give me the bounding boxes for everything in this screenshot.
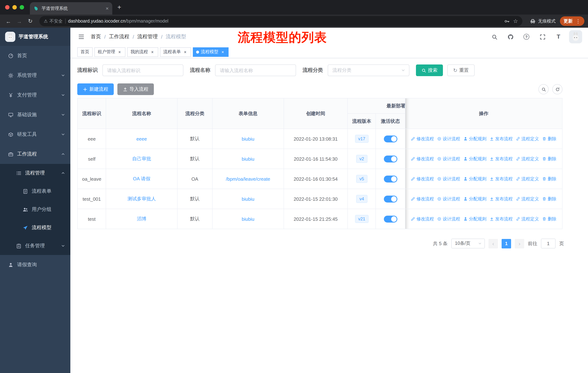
sidebar-item-process-management[interactable]: 流程管理 xyxy=(0,164,70,182)
sidebar-item-user-group[interactable]: 用户分组 xyxy=(0,200,70,219)
publish-process-link[interactable]: 发布流程 xyxy=(490,176,513,182)
process-name-link[interactable]: 测试多审批人 xyxy=(127,196,156,202)
create-process-button[interactable]: 新建流程 xyxy=(77,83,114,95)
reset-button[interactable]: ↻ 重置 xyxy=(447,64,474,76)
header-search-button[interactable] xyxy=(489,31,500,42)
process-definition-link[interactable]: 流程定义 xyxy=(516,176,539,182)
sidebar-item-devtools[interactable]: 研发工具 xyxy=(0,125,70,144)
tag-home[interactable]: 首页 xyxy=(77,47,93,57)
delete-process-link[interactable]: 删除 xyxy=(542,216,556,222)
sidebar-item-process-form[interactable]: 流程表单 xyxy=(0,182,70,200)
design-process-link[interactable]: 设计流程 xyxy=(437,136,460,142)
edit-process-link[interactable]: 修改流程 xyxy=(411,196,434,202)
design-process-link[interactable]: 设计流程 xyxy=(437,196,460,202)
help-button[interactable]: ? xyxy=(521,31,532,42)
browser-update-button[interactable]: 更新 ⋮ xyxy=(560,16,584,26)
tab-close-icon[interactable]: × xyxy=(106,6,109,11)
page-size-select[interactable]: 10条/页 xyxy=(451,239,485,248)
tag-close-icon[interactable]: × xyxy=(220,49,225,54)
process-name-link[interactable]: eeee xyxy=(136,136,147,141)
goto-page-input[interactable] xyxy=(541,239,556,248)
font-size-button[interactable]: T xyxy=(553,31,564,42)
form-info-link[interactable]: biubiu xyxy=(242,196,254,202)
window-zoom-button[interactable] xyxy=(20,5,24,10)
edit-process-link[interactable]: 修改流程 xyxy=(411,176,434,182)
process-name-input[interactable] xyxy=(215,64,296,76)
form-info-link[interactable]: biubiu xyxy=(242,156,254,161)
process-definition-link[interactable]: 流程定义 xyxy=(516,196,539,202)
active-toggle[interactable] xyxy=(384,135,397,142)
form-info-link[interactable]: /bpm/oa/leave/create xyxy=(226,176,270,181)
active-toggle[interactable] xyxy=(384,195,397,202)
process-name-link[interactable]: 自己审批 xyxy=(132,156,151,161)
sidebar-item-task-management[interactable]: 任务管理 xyxy=(0,237,70,255)
prev-page-button[interactable]: ‹ xyxy=(488,239,498,248)
user-avatar[interactable] xyxy=(569,30,582,43)
password-key-icon[interactable] xyxy=(504,18,509,24)
sidebar-item-leave-query[interactable]: 请假查询 xyxy=(0,255,70,275)
publish-process-link[interactable]: 发布流程 xyxy=(490,136,513,142)
process-id-input[interactable] xyxy=(102,64,183,76)
reload-button[interactable]: ↻ xyxy=(26,16,35,26)
form-info-link[interactable]: biubiu xyxy=(242,216,254,222)
process-definition-link[interactable]: 流程定义 xyxy=(516,216,539,222)
delete-process-link[interactable]: 删除 xyxy=(542,196,556,202)
breadcrumb-item[interactable]: 流程管理 xyxy=(137,33,158,40)
tag-process-form[interactable]: 流程表单 × xyxy=(160,47,191,57)
tag-close-icon[interactable]: × xyxy=(183,49,188,54)
sidebar-item-process-model[interactable]: 流程模型 xyxy=(0,219,70,237)
toggle-search-button[interactable] xyxy=(538,84,549,94)
tag-my-process[interactable]: 我的流程 × xyxy=(127,47,158,57)
breadcrumb-item[interactable]: 首页 xyxy=(91,33,101,40)
window-close-button[interactable] xyxy=(5,5,10,10)
import-process-button[interactable]: 导入流程 xyxy=(117,83,154,95)
tag-close-icon[interactable]: × xyxy=(150,49,155,54)
assign-rule-link[interactable]: 分配规则 xyxy=(463,216,486,222)
delete-process-link[interactable]: 删除 xyxy=(542,156,556,162)
breadcrumb-item[interactable]: 工作流程 xyxy=(109,33,129,40)
process-name-link[interactable]: 滔博 xyxy=(137,216,146,222)
form-info-link[interactable]: biubiu xyxy=(242,136,254,141)
edit-process-link[interactable]: 修改流程 xyxy=(411,216,434,222)
sidebar-item-infrastructure[interactable]: 基础设施 xyxy=(0,105,70,125)
address-bar[interactable]: ⚠ 不安全 dashboard.yudao.iocoder.cn/bpm/man… xyxy=(39,16,522,26)
publish-process-link[interactable]: 发布流程 xyxy=(490,216,513,222)
tag-process-model-active[interactable]: 流程模型 × xyxy=(193,47,229,57)
tag-close-icon[interactable]: × xyxy=(117,49,122,54)
sidebar-item-workflow[interactable]: 工作流程 xyxy=(0,144,70,164)
refresh-table-button[interactable] xyxy=(552,84,562,94)
edit-process-link[interactable]: 修改流程 xyxy=(411,136,434,142)
design-process-link[interactable]: 设计流程 xyxy=(437,176,460,182)
edit-process-link[interactable]: 修改流程 xyxy=(411,156,434,162)
process-category-select[interactable]: 流程分类 xyxy=(328,64,409,76)
assign-rule-link[interactable]: 分配规则 xyxy=(463,196,486,202)
active-toggle[interactable] xyxy=(384,175,397,182)
tag-tenant[interactable]: 租户管理 × xyxy=(94,47,126,57)
delete-process-link[interactable]: 删除 xyxy=(542,136,556,142)
design-process-link[interactable]: 设计流程 xyxy=(437,216,460,222)
search-button[interactable]: 搜索 xyxy=(416,64,443,76)
assign-rule-link[interactable]: 分配规则 xyxy=(463,176,486,182)
assign-rule-link[interactable]: 分配规则 xyxy=(463,156,486,162)
bookmark-star-icon[interactable]: ☆ xyxy=(513,18,518,24)
new-tab-button[interactable]: + xyxy=(117,4,121,11)
publish-process-link[interactable]: 发布流程 xyxy=(490,156,513,162)
process-definition-link[interactable]: 流程定义 xyxy=(516,156,539,162)
sidebar-item-home[interactable]: 首页 xyxy=(0,46,70,66)
process-definition-link[interactable]: 流程定义 xyxy=(516,136,539,142)
next-page-button[interactable]: › xyxy=(515,239,524,248)
browser-menu-icon[interactable]: ⋮ xyxy=(576,18,581,24)
sidebar-collapse-button[interactable] xyxy=(75,30,88,43)
window-minimize-button[interactable] xyxy=(12,5,17,10)
publish-process-link[interactable]: 发布流程 xyxy=(490,196,513,202)
sidebar-logo[interactable]: 芋道管理系统 xyxy=(0,28,70,46)
delete-process-link[interactable]: 删除 xyxy=(542,176,556,182)
browser-tab[interactable]: 芋道管理系统 × xyxy=(30,2,112,15)
assign-rule-link[interactable]: 分配规则 xyxy=(463,136,486,142)
page-number-button[interactable]: 1 xyxy=(502,239,511,248)
design-process-link[interactable]: 设计流程 xyxy=(437,156,460,162)
back-button[interactable]: ← xyxy=(4,16,13,26)
fullscreen-button[interactable] xyxy=(537,31,548,42)
sidebar-item-system[interactable]: 系统管理 xyxy=(0,66,70,85)
forward-button[interactable]: → xyxy=(15,16,24,26)
